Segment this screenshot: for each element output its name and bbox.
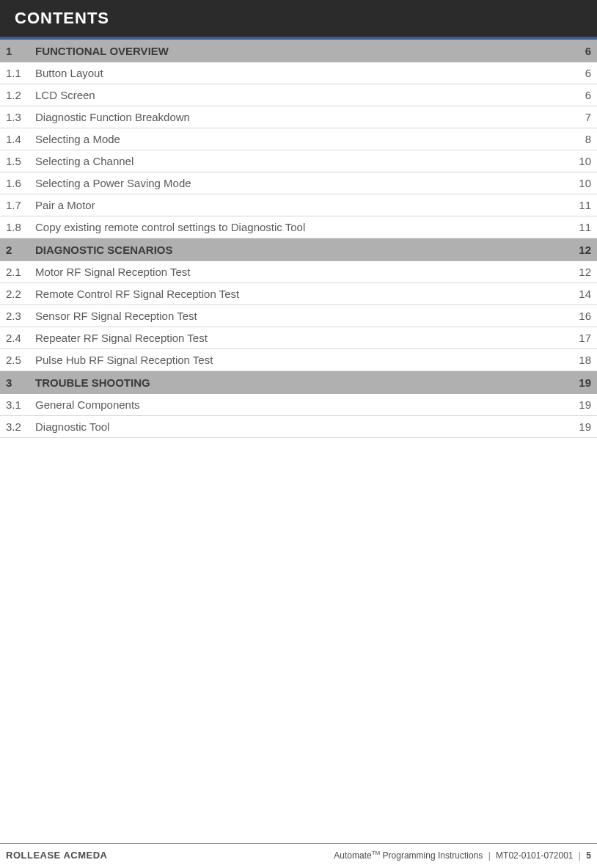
toc-row-num: 1.3	[6, 111, 35, 123]
toc-row: 1.2LCD Screen6	[0, 84, 597, 106]
toc-row-page: 16	[562, 310, 591, 322]
toc-row: 1.5Selecting a Channel10	[0, 150, 597, 172]
toc-section-page: 6	[562, 45, 591, 57]
toc-section-num: 3	[6, 376, 35, 389]
toc-row-title: Motor RF Signal Reception Test	[35, 266, 562, 278]
footer-doc-code: MT02-0101-072001	[496, 850, 573, 861]
toc-row: 1.4Selecting a Mode8	[0, 128, 597, 150]
page-footer: ROLLEASE ACMEDA AutomateTM Programming I…	[0, 843, 597, 868]
toc-row-page: 19	[562, 420, 591, 433]
toc-container: 1FUNCTIONAL OVERVIEW61.1Button Layout61.…	[0, 40, 597, 438]
toc-row-num: 2.3	[6, 310, 35, 322]
toc-row: 1.7Pair a Motor11	[0, 194, 597, 216]
toc-section-num: 1	[6, 45, 35, 57]
footer-sep-1: |	[488, 850, 491, 861]
toc-row-page: 10	[562, 155, 591, 167]
toc-row: 1.6Selecting a Power Saving Mode10	[0, 172, 597, 194]
toc-row-page: 11	[562, 221, 591, 233]
toc-row-title: Sensor RF Signal Reception Test	[35, 310, 562, 322]
toc-row-num: 1.7	[6, 199, 35, 211]
toc-row-title: Diagnostic Function Breakdown	[35, 111, 562, 123]
footer-page-num: 5	[586, 850, 591, 861]
footer-sep-2: |	[579, 850, 581, 861]
toc-row-num: 2.5	[6, 354, 35, 366]
toc-row-title: Selecting a Channel	[35, 155, 562, 167]
toc-row-page: 7	[562, 111, 591, 123]
toc-row-num: 1.6	[6, 177, 35, 189]
toc-row-title: Pair a Motor	[35, 199, 562, 211]
toc-section-page: 12	[562, 244, 591, 256]
toc-section-page: 19	[562, 376, 591, 389]
toc-row-page: 18	[562, 354, 591, 366]
toc-row-title: Diagnostic Tool	[35, 420, 562, 433]
toc-row-num: 1.2	[6, 89, 35, 101]
toc-row-page: 12	[562, 266, 591, 278]
contents-header: CONTENTS	[0, 0, 597, 37]
toc-row: 2.1Motor RF Signal Reception Test12	[0, 261, 597, 283]
toc-row-num: 3.2	[6, 420, 35, 433]
toc-section-title: TROUBLE SHOOTING	[35, 376, 562, 389]
toc-row-page: 8	[562, 133, 591, 145]
toc-row-title: Selecting a Power Saving Mode	[35, 177, 562, 189]
toc-section-title: FUNCTIONAL OVERVIEW	[35, 45, 562, 57]
toc-row: 3.1General Components19	[0, 394, 597, 416]
toc-section-header: 3TROUBLE SHOOTING19	[0, 371, 597, 394]
toc-row-num: 2.4	[6, 332, 35, 344]
toc-row-page: 6	[562, 67, 591, 79]
toc-row-page: 10	[562, 177, 591, 189]
toc-row: 2.2Remote Control RF Signal Reception Te…	[0, 283, 597, 305]
toc-row: 2.3Sensor RF Signal Reception Test16	[0, 305, 597, 327]
toc-row-num: 1.5	[6, 155, 35, 167]
toc-row: 2.5Pulse Hub RF Signal Reception Test18	[0, 349, 597, 371]
toc-row: 1.3Diagnostic Function Breakdown7	[0, 106, 597, 128]
toc-row-title: Copy existing remote control settings to…	[35, 221, 562, 233]
toc-row-title: Selecting a Mode	[35, 133, 562, 145]
toc-row-title: LCD Screen	[35, 89, 562, 101]
toc-row-num: 1.8	[6, 221, 35, 233]
toc-row-title: Repeater RF Signal Reception Test	[35, 332, 562, 344]
toc-row-num: 2.2	[6, 288, 35, 300]
toc-row-num: 1.1	[6, 67, 35, 79]
toc-row-num: 1.4	[6, 133, 35, 145]
toc-row-page: 19	[562, 398, 591, 411]
toc-row-page: 11	[562, 199, 591, 211]
toc-row-page: 14	[562, 288, 591, 300]
toc-row-page: 6	[562, 89, 591, 101]
contents-title: CONTENTS	[15, 9, 109, 27]
footer-doc-title: Programming Instructions	[380, 850, 483, 861]
toc-section-header: 2DIAGNOSTIC SCENARIOS12	[0, 238, 597, 261]
footer-brand: ROLLEASE ACMEDA	[6, 850, 107, 861]
toc-row: 1.1Button Layout6	[0, 62, 597, 84]
toc-row: 1.8Copy existing remote control settings…	[0, 216, 597, 238]
toc-row: 2.4Repeater RF Signal Reception Test17	[0, 327, 597, 349]
toc-row-title: General Components	[35, 398, 562, 411]
footer-tm: TM	[372, 850, 381, 856]
toc-row-title: Button Layout	[35, 67, 562, 79]
toc-section-header: 1FUNCTIONAL OVERVIEW6	[0, 40, 597, 62]
toc-section-title: DIAGNOSTIC SCENARIOS	[35, 244, 562, 256]
footer-product: Automate	[334, 850, 371, 861]
toc-row-title: Pulse Hub RF Signal Reception Test	[35, 354, 562, 366]
toc-row-title: Remote Control RF Signal Reception Test	[35, 288, 562, 300]
toc-row-num: 2.1	[6, 266, 35, 278]
footer-doc-info: AutomateTM Programming Instructions | MT…	[334, 850, 591, 861]
toc-row-num: 3.1	[6, 398, 35, 411]
toc-row: 3.2Diagnostic Tool19	[0, 416, 597, 438]
toc-section-num: 2	[6, 244, 35, 256]
toc-row-page: 17	[562, 332, 591, 344]
